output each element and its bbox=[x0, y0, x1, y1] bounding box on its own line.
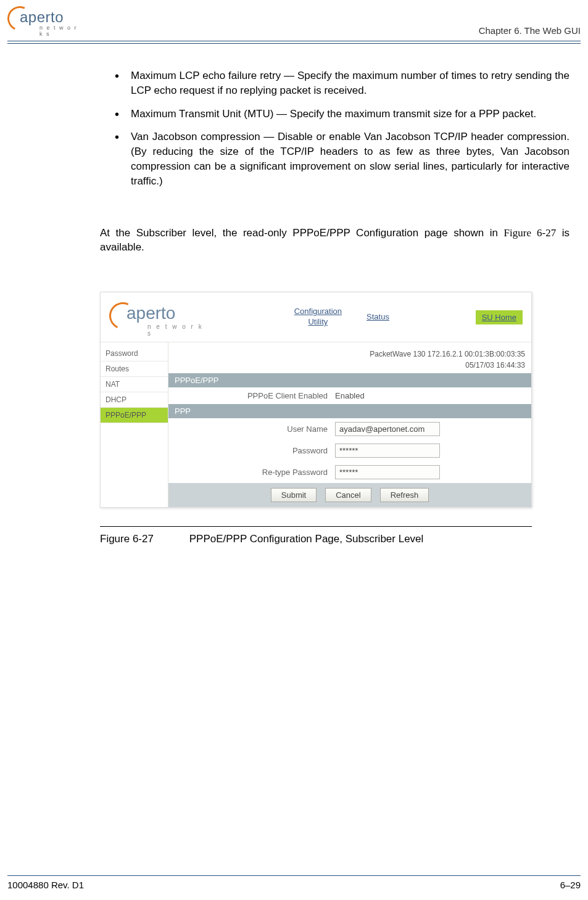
nav-link-status[interactable]: Status bbox=[366, 312, 389, 323]
figure-caption-text: PPPoE/PPP Configuration Page, Subscriber… bbox=[189, 533, 424, 545]
intro-paragraph: At the Subscriber level, the read-only P… bbox=[100, 226, 569, 255]
paragraph-pre: At the Subscriber level, the read-only P… bbox=[100, 227, 504, 239]
row-retype-password: Re-type Password bbox=[168, 461, 531, 483]
figure-wrap: aperto n e t w o r k s ConfigurationUtil… bbox=[100, 292, 532, 545]
screenshot-sidebar: Password Routes NAT DHCP PPPoE/PPP bbox=[101, 342, 168, 507]
value-client-enabled: Enabled bbox=[335, 391, 365, 400]
input-password[interactable] bbox=[335, 444, 440, 458]
figure-reference: Figure 6-27 bbox=[504, 227, 557, 239]
embedded-screenshot: aperto n e t w o r k s ConfigurationUtil… bbox=[100, 292, 532, 508]
screenshot-body: Password Routes NAT DHCP PPPoE/PPP Packe… bbox=[101, 342, 531, 507]
sidebar-item-password[interactable]: Password bbox=[101, 346, 168, 361]
cancel-button[interactable]: Cancel bbox=[325, 488, 371, 502]
screenshot-logo-subtext: n e t w o r k s bbox=[147, 323, 208, 337]
figure-caption-rule bbox=[100, 526, 532, 527]
figure-caption: Figure 6-27 PPPoE/PPP Configuration Page… bbox=[100, 533, 532, 545]
row-client-enabled: PPPoE Client Enabled Enabled bbox=[168, 387, 531, 404]
label-client-enabled: PPPoE Client Enabled bbox=[175, 391, 335, 400]
footer-rule bbox=[7, 875, 581, 876]
nav-link-su-home[interactable]: SU Home bbox=[476, 310, 523, 324]
submit-button[interactable]: Submit bbox=[271, 488, 317, 502]
screenshot-main: PacketWave 130 172.16.2.1 00:01:3B:00:03… bbox=[168, 342, 531, 507]
label-username: User Name bbox=[175, 424, 335, 434]
refresh-button[interactable]: Refresh bbox=[380, 488, 429, 502]
screenshot-header: aperto n e t w o r k s ConfigurationUtil… bbox=[101, 292, 531, 342]
bullet-item: Van Jacobson compression — Disable or en… bbox=[131, 130, 569, 188]
footer-right: 6–29 bbox=[560, 880, 581, 890]
screenshot-logo-text: aperto bbox=[126, 303, 175, 323]
section-header-pppoe: PPPoE/PPP bbox=[168, 373, 531, 387]
bullet-item: Maximum LCP echo failure retry — Specify… bbox=[131, 68, 569, 98]
button-bar: Submit Cancel Refresh bbox=[168, 483, 531, 507]
header-rule-1 bbox=[7, 41, 581, 41]
sidebar-item-pppoe[interactable]: PPPoE/PPP bbox=[101, 408, 168, 423]
input-username[interactable] bbox=[335, 422, 440, 436]
screenshot-nav: ConfigurationUtility Status bbox=[208, 307, 476, 328]
chapter-label: Chapter 6. The Web GUI bbox=[479, 25, 581, 36]
section-header-ppp: PPP bbox=[168, 404, 531, 418]
logo: aperto n e t w o r k s bbox=[7, 5, 81, 36]
sidebar-item-dhcp[interactable]: DHCP bbox=[101, 392, 168, 408]
row-password: Password bbox=[168, 440, 531, 461]
content-area: Maximum LCP echo failure retry — Specify… bbox=[0, 44, 588, 545]
bullet-list: Maximum LCP echo failure retry — Specify… bbox=[100, 68, 569, 189]
meta-line-2: 05/17/03 16:44:33 bbox=[168, 360, 525, 371]
figure-number: Figure 6-27 bbox=[100, 533, 186, 545]
logo-text: aperto bbox=[20, 9, 64, 26]
row-username: User Name bbox=[168, 418, 531, 440]
footer-left: 10004880 Rev. D1 bbox=[7, 880, 84, 890]
input-retype-password[interactable] bbox=[335, 465, 440, 479]
label-password: Password bbox=[175, 446, 335, 455]
screenshot-logo: aperto n e t w o r k s bbox=[109, 299, 208, 336]
sidebar-item-routes[interactable]: Routes bbox=[101, 361, 168, 377]
device-meta: PacketWave 130 172.16.2.1 00:01:3B:00:03… bbox=[168, 342, 531, 373]
page-header: aperto n e t w o r k s Chapter 6. The We… bbox=[0, 0, 588, 39]
nav-link-configuration[interactable]: ConfigurationUtility bbox=[294, 307, 342, 328]
bullet-item: Maximum Transmit Unit (MTU) — Specify th… bbox=[131, 107, 569, 122]
label-retype-password: Re-type Password bbox=[175, 468, 335, 477]
sidebar-item-nat[interactable]: NAT bbox=[101, 377, 168, 392]
logo-subtext: n e t w o r k s bbox=[39, 25, 81, 37]
meta-line-1: PacketWave 130 172.16.2.1 00:01:3B:00:03… bbox=[168, 349, 525, 360]
page-footer: 10004880 Rev. D1 6–29 bbox=[7, 875, 581, 890]
